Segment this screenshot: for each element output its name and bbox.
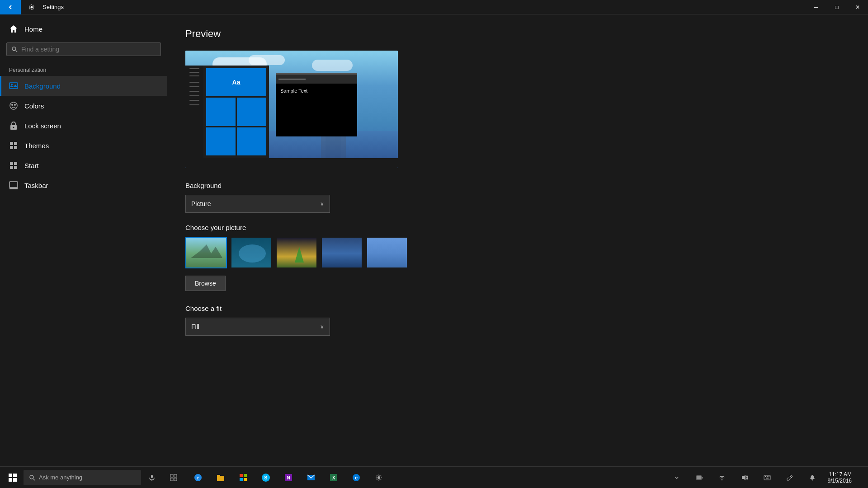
svg-rect-14: [10, 162, 13, 165]
sidebar-item-start[interactable]: Start: [0, 155, 167, 175]
sidebar-item-taskbar[interactable]: Taskbar: [0, 175, 167, 195]
close-button[interactable]: ✕: [847, 0, 868, 14]
browse-button[interactable]: Browse: [185, 276, 226, 291]
svg-point-9: [13, 127, 14, 128]
taskbar-app-skype[interactable]: S: [255, 467, 277, 488]
taskbar-app-store[interactable]: [232, 467, 254, 488]
svg-rect-12: [10, 146, 13, 149]
taskbar-clock[interactable]: 11:17 AM 9/15/2016: [824, 471, 855, 484]
background-section-label: Background: [185, 182, 850, 189]
sidebar-item-background[interactable]: Background: [0, 76, 167, 96]
taskbar-app-excel[interactable]: X: [323, 467, 344, 488]
svg-rect-46: [240, 478, 243, 481]
svg-point-70: [812, 479, 813, 480]
back-button[interactable]: [0, 0, 21, 14]
maximize-button[interactable]: □: [826, 0, 847, 14]
preview-area: Aa Sample Text: [185, 51, 398, 168]
microphone-button[interactable]: [141, 467, 163, 488]
taskbar-date: 9/15/2016: [828, 478, 852, 484]
svg-rect-27: [367, 238, 408, 268]
svg-rect-26: [322, 238, 363, 268]
taskbar-app-ie[interactable]: e: [187, 467, 209, 488]
sidebar-item-themes[interactable]: Themes: [0, 136, 167, 155]
menu-line-1: [189, 68, 199, 69]
show-desktop-button[interactable]: [856, 467, 863, 488]
minimize-button[interactable]: ─: [806, 0, 826, 14]
sidebar-taskbar-label: Taskbar: [24, 182, 48, 189]
svg-text:e: e: [197, 474, 199, 481]
pen-icon[interactable]: [779, 467, 801, 488]
svg-point-61: [721, 479, 722, 480]
svg-rect-3: [9, 83, 18, 89]
background-dropdown-arrow: ∨: [320, 201, 324, 207]
thumbnail-1[interactable]: [185, 237, 227, 268]
svg-point-7: [14, 104, 16, 106]
svg-line-2: [16, 51, 18, 52]
task-view-button[interactable]: [163, 467, 184, 488]
tile-1: [206, 98, 236, 126]
svg-rect-24: [277, 238, 317, 268]
keyboard-icon[interactable]: [756, 467, 778, 488]
window-title: Settings: [42, 4, 64, 10]
search-input[interactable]: [21, 46, 156, 53]
sidebar-search-box[interactable]: [6, 42, 161, 56]
svg-text:X: X: [332, 475, 335, 480]
thumb-img-1: [186, 238, 226, 267]
dialog-title-line: [278, 79, 306, 80]
choose-picture-label: Choose your picture: [185, 224, 850, 231]
start-button[interactable]: [2, 467, 24, 488]
thumbnail-3[interactable]: [276, 237, 317, 268]
taskbar-search[interactable]: Ask me anything: [24, 470, 141, 485]
home-label: Home: [24, 25, 42, 33]
sidebar-item-colors[interactable]: Colors: [0, 96, 167, 116]
svg-point-1: [12, 47, 16, 51]
wifi-icon[interactable]: [711, 467, 733, 488]
sidebar-category: Personalization: [0, 63, 167, 76]
preview-taskbar: [185, 158, 398, 168]
system-tray: 11:17 AM 9/15/2016: [666, 467, 866, 488]
taskbar-app-onenote[interactable]: N: [278, 467, 299, 488]
tray-overflow-button[interactable]: [666, 467, 688, 488]
sidebar-start-label: Start: [24, 162, 39, 169]
cloud-3: [312, 60, 353, 71]
background-dropdown[interactable]: Picture ∨: [185, 195, 330, 213]
taskbar: Ask me anything e: [0, 466, 868, 488]
thumbnail-2[interactable]: [231, 237, 272, 268]
preview-dialog-text: Sample Text: [276, 84, 357, 98]
fit-dropdown[interactable]: Fill ∨: [185, 318, 330, 336]
svg-rect-65: [767, 476, 768, 477]
sidebar-item-lockscreen[interactable]: Lock screen: [0, 116, 167, 136]
sidebar-item-home[interactable]: Home: [0, 19, 167, 39]
svg-rect-37: [174, 474, 177, 477]
svg-rect-10: [10, 142, 13, 145]
battery-icon[interactable]: [689, 467, 710, 488]
taskbar-search-text: Ask me anything: [39, 474, 82, 481]
thumbnail-5[interactable]: [366, 237, 408, 268]
svg-rect-66: [769, 476, 769, 477]
fit-selected: Fill: [191, 323, 199, 330]
taskbar-app-settings[interactable]: [368, 467, 390, 488]
svg-rect-29: [13, 474, 17, 477]
preview-tiles: Aa: [203, 66, 269, 158]
svg-marker-62: [742, 475, 745, 480]
svg-rect-30: [9, 478, 12, 482]
notification-icon[interactable]: [802, 467, 823, 488]
taskbar-app-mail[interactable]: [300, 467, 322, 488]
svg-rect-16: [10, 166, 13, 169]
svg-line-33: [33, 479, 35, 480]
taskbar-app-explorer[interactable]: [210, 467, 231, 488]
taskbar-app-ie2[interactable]: e: [345, 467, 367, 488]
sidebar-colors-label: Colors: [24, 102, 44, 110]
thumbnail-4[interactable]: [321, 237, 363, 268]
sidebar-background-label: Background: [24, 82, 61, 90]
svg-rect-45: [244, 474, 247, 477]
svg-rect-67: [766, 478, 769, 479]
menu-line-3: [189, 75, 199, 76]
background-selected: Picture: [191, 200, 211, 207]
choose-fit-label: Choose a fit: [185, 305, 850, 312]
svg-rect-43: [217, 475, 220, 477]
tile-3: [206, 127, 236, 155]
title-bar: Settings ─ □ ✕: [0, 0, 868, 14]
speaker-icon[interactable]: [734, 467, 755, 488]
svg-point-23: [239, 244, 266, 263]
